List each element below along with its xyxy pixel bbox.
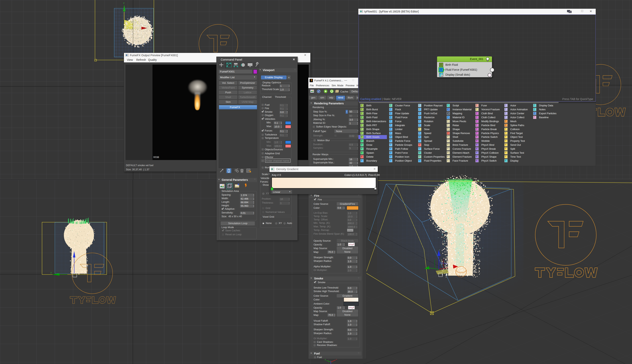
svg-text:y: y xyxy=(51,271,52,274)
svg-text:y: y xyxy=(123,2,125,4)
